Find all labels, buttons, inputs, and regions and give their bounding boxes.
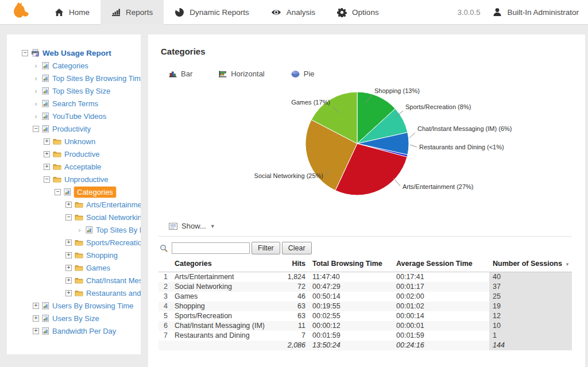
expand-plus-icon[interactable]: + [65,239,72,246]
tree-item-productive[interactable]: +Productive [7,148,141,160]
expand-plus-icon[interactable]: + [65,202,72,208]
tree-item-arts-entertainment[interactable]: +Arts/Entertainment [7,198,141,211]
bar-tab-icon [169,71,177,78]
col-header-row-number [158,257,171,272]
col-header-total-browsing-time[interactable]: Total Browsing Time [309,257,393,272]
expand-plus-icon[interactable]: + [65,277,72,284]
collapse-minus-icon[interactable]: − [65,214,72,221]
tree-item-chat-instant-messaging-im-[interactable]: +Chat/Instant Messaging (IM) [7,274,141,287]
cell-total-browsing-time: 00:47:29 [309,282,393,292]
nav-item-dynamic-reports[interactable]: Dynamic Reports [164,0,260,25]
table-row-games[interactable]: 3Games4600:50:1400:02:0025 [158,292,572,302]
totals-spacer [171,341,278,350]
app-logo-flame-icon[interactable] [7,1,31,23]
tree-item-top-sites-by-size[interactable]: ›Top Sites By Size [7,84,141,97]
table-row-shopping[interactable]: 4Shopping6300:19:5500:01:0219 [158,302,572,311]
table-row-social-networking[interactable]: 2Social Networking7200:47:2900:01:1737 [158,282,572,292]
chart-tab-horizontal[interactable]: Horizontal [219,69,265,78]
filter-input[interactable] [172,242,250,254]
nav-item-options[interactable]: Options [326,0,390,25]
tree-item-search-terms[interactable]: ›Search Terms [7,97,141,110]
expand-plus-icon[interactable]: + [65,265,72,271]
tree-item-shopping[interactable]: +Shopping [7,249,141,261]
pie-label-leader-line [409,133,415,138]
collapse-minus-icon[interactable]: − [22,50,28,56]
expand-plus-icon[interactable]: + [65,290,72,296]
table-row-chat-instant-messaging-im-[interactable]: 6Chat/Instant Messaging (IM)1100:00:1200… [158,321,572,331]
cell-number-of-sessions: 25 [489,292,572,302]
tree-item-categories[interactable]: −Categories [7,186,141,198]
tree-item-users-by-browsing-time[interactable]: +Users By Browsing Time [7,299,141,312]
tree-item-youtube-videos[interactable]: ›YouTube Videos [7,110,141,122]
folder-icon [75,252,83,258]
expand-plus-icon[interactable]: + [65,252,72,258]
expand-plus-icon[interactable]: + [33,303,39,309]
chevron-right-icon[interactable]: › [76,227,83,233]
tree-item-label: Productivity [52,125,91,133]
collapse-minus-icon[interactable]: − [33,126,39,132]
folder-icon [75,277,83,284]
cell-total-browsing-time: 00:02:55 [309,311,393,321]
expand-plus-icon[interactable]: + [33,315,39,322]
col-header-categories[interactable]: Categories [171,257,278,272]
clear-button[interactable]: Clear [282,242,312,254]
chevron-right-icon[interactable]: › [33,63,39,69]
expand-plus-icon[interactable]: + [44,138,50,145]
folder-icon [75,239,83,246]
nav-item-label: Analysis [287,8,315,17]
col-header-hits[interactable]: Hits [278,257,309,272]
filter-button[interactable]: Filter [252,242,280,254]
expand-plus-icon[interactable]: + [44,164,50,170]
nav-items: HomeReportsDynamic ReportsAnalysisOption… [44,0,390,25]
tree-item-productivity[interactable]: −Productivity [7,122,141,135]
tree-item-web-usage-report[interactable]: −Web Usage Report [7,47,141,59]
chevron-right-icon[interactable]: › [33,88,39,94]
tree-item-bandwidth-per-day[interactable]: +Bandwidth Per Day [7,324,141,337]
cell-total-browsing-time: 00:00:12 [309,321,393,331]
main-panel: Categories BarHorizontalPie Shopping (13… [148,34,585,367]
col-header-average-session-time[interactable]: Average Session Time [393,257,489,272]
chart-tab-bar[interactable]: Bar [169,69,192,78]
chevron-right-icon[interactable]: › [33,113,39,119]
col-header-number-of-sessions[interactable]: Number of Sessions▼ [489,257,572,272]
tree-item-sports-recreation[interactable]: +Sports/Recreation [7,236,141,249]
tree-item-categories[interactable]: ›Categories [7,59,141,72]
report-icon [42,125,49,133]
totals-hits: 2,086 [278,341,309,350]
expand-plus-icon[interactable]: + [33,328,39,334]
expand-plus-icon[interactable]: + [44,151,50,157]
tree-item-top-sites-by-browsing-time[interactable]: ›Top Sites By Browsing Time [7,72,141,84]
collapse-minus-icon[interactable]: − [55,189,61,195]
table-row-sports-recreation[interactable]: 5Sports/Recreation6300:02:5500:00:1412 [158,311,572,321]
show-dropdown[interactable]: Show... ▼ [169,222,215,230]
chevron-right-icon[interactable]: › [33,101,39,107]
cell-average-session-time: 00:01:17 [393,282,489,292]
table-row-restaurants-and-dining[interactable]: 7Restaurants and Dining700:01:5900:01:59… [158,331,572,341]
totals-spacer [158,341,171,350]
collapse-minus-icon[interactable]: − [44,176,50,183]
tree-item-label: Search Terms [52,99,98,108]
nav-item-label: Home [69,8,90,17]
table-row-arts-entertainment[interactable]: 1Arts/Entertainment1,82411:47:4000:17:41… [158,272,572,283]
tree-item-users-by-size[interactable]: +Users By Size [7,312,141,324]
tree-item-acceptable[interactable]: +Acceptable [7,160,141,173]
nav-item-analysis[interactable]: Analysis [260,0,326,25]
user-menu[interactable]: Built-In Administrator [493,7,579,17]
report-icon [42,314,49,322]
tree-item-restaurants-and-dining[interactable]: +Restaurants and Dining [7,287,141,299]
cell-average-session-time: 00:00:01 [393,321,489,331]
tree-item-games[interactable]: +Games [7,261,141,274]
tree-item-label: Games [86,264,110,272]
cell-number-of-sessions: 19 [489,302,572,311]
tree-item-label: YouTube Videos [52,112,106,121]
tree-item-label: Sports/Recreation [86,238,141,247]
nav-item-reports[interactable]: Reports [100,0,164,25]
tree-item-unproductive[interactable]: −Unproductive [7,173,141,186]
chevron-right-icon[interactable]: › [33,75,39,82]
tree-item-label: Top Sites By Browsing Time [52,74,141,83]
tree-item-social-networking[interactable]: −Social Networking [7,211,141,223]
nav-item-home[interactable]: Home [44,0,100,25]
chart-tab-pie[interactable]: Pie [291,69,315,78]
tree-item-unknown[interactable]: +Unknown [7,135,141,148]
tree-item-top-sites-by-browsing-time[interactable]: ›Top Sites By Browsing Time [7,223,141,236]
